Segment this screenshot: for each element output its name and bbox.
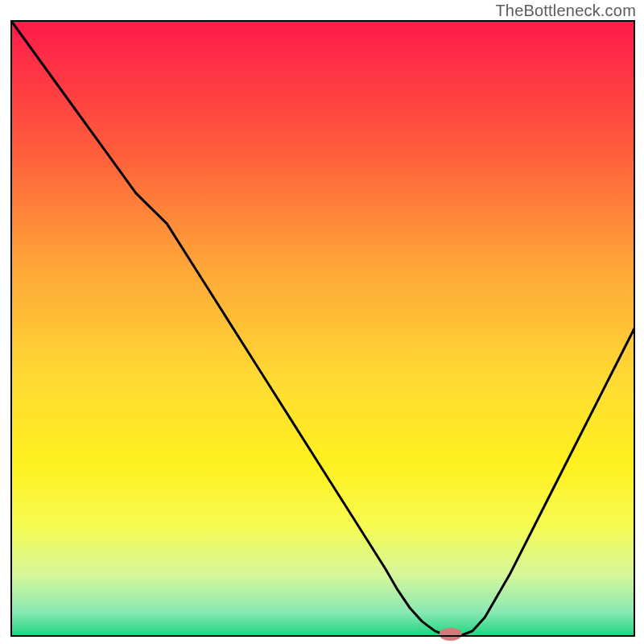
plot-background bbox=[11, 21, 634, 636]
chart-container: TheBottleneck.com bbox=[0, 0, 644, 644]
chart-svg bbox=[0, 0, 644, 644]
optimal-marker bbox=[440, 628, 462, 641]
